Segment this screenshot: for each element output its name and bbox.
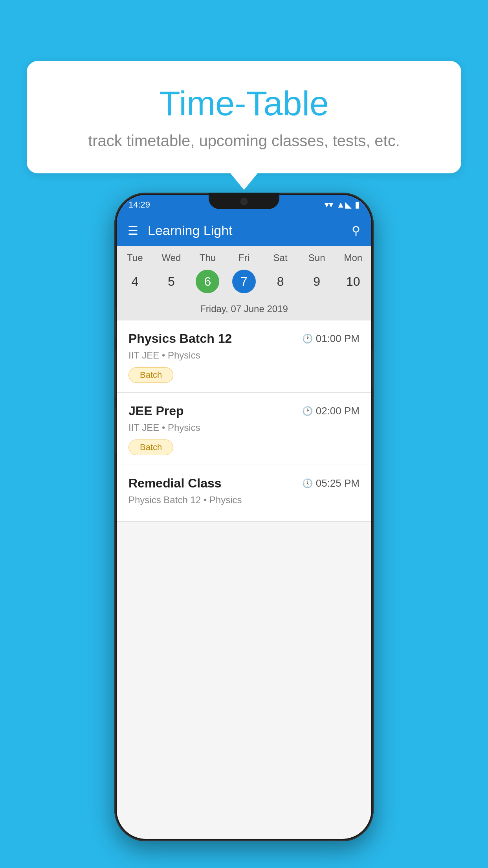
date-10[interactable]: 10 bbox=[335, 270, 371, 293]
speech-bubble: Time-Table track timetable, upcoming cla… bbox=[27, 61, 461, 173]
day-wed: Wed bbox=[153, 252, 190, 263]
status-time: 14:29 bbox=[128, 200, 150, 210]
wifi-icon: ▾▾ bbox=[325, 200, 333, 210]
speech-bubble-container: Time-Table track timetable, upcoming cla… bbox=[27, 61, 461, 173]
day-tue: Tue bbox=[117, 252, 153, 263]
volume-down-button bbox=[114, 407, 116, 454]
day-thu: Thu bbox=[189, 252, 226, 263]
date-7-selected[interactable]: 7 bbox=[226, 270, 262, 293]
class-list: Physics Batch 12 🕐 01:00 PM IIT JEE • Ph… bbox=[117, 320, 371, 522]
class-subtitle-physics-batch-12: IIT JEE • Physics bbox=[128, 350, 360, 361]
volume-up-button bbox=[114, 350, 116, 397]
menu-icon[interactable]: ☰ bbox=[128, 224, 138, 237]
class-item-remedial[interactable]: Remedial Class 🕔 05:25 PM Physics Batch … bbox=[117, 465, 371, 522]
class-name-physics-batch-12: Physics Batch 12 bbox=[128, 331, 232, 346]
time-value-jee: 02:00 PM bbox=[316, 405, 360, 417]
battery-icon: ▮ bbox=[355, 200, 360, 210]
days-row: Tue Wed Thu Fri Sat Sun Mon bbox=[117, 246, 371, 267]
time-value: 01:00 PM bbox=[316, 333, 360, 345]
class-item-header: Physics Batch 12 🕐 01:00 PM bbox=[128, 331, 360, 346]
bubble-subtitle: track timetable, upcoming classes, tests… bbox=[58, 132, 430, 150]
date-8[interactable]: 8 bbox=[262, 270, 299, 293]
camera-dot bbox=[240, 198, 248, 205]
class-subtitle-jee-prep: IIT JEE • Physics bbox=[128, 422, 360, 433]
phone-notch bbox=[209, 193, 279, 209]
class-item-header-remedial: Remedial Class 🕔 05:25 PM bbox=[128, 476, 360, 491]
class-item-header-jee: JEE Prep 🕑 02:00 PM bbox=[128, 404, 360, 418]
date-6-today[interactable]: 6 bbox=[189, 270, 226, 293]
class-item-physics-batch-12[interactable]: Physics Batch 12 🕐 01:00 PM IIT JEE • Ph… bbox=[117, 320, 371, 393]
power-button bbox=[372, 350, 374, 389]
app-title: Learning Light bbox=[148, 223, 352, 238]
dates-row: 4 5 6 7 8 9 10 bbox=[117, 267, 371, 300]
selected-date-label: Friday, 07 June 2019 bbox=[117, 300, 371, 320]
clock-icon-jee: 🕑 bbox=[302, 406, 313, 416]
phone-frame: 14:29 ▾▾ ▲◣ ▮ ☰ Learning Light ⚲ Tue Wed… bbox=[114, 193, 374, 841]
batch-tag-physics-batch-12: Batch bbox=[128, 367, 173, 383]
day-sat: Sat bbox=[262, 252, 299, 263]
class-time-physics-batch-12: 🕐 01:00 PM bbox=[302, 333, 360, 345]
phone-screen: 14:29 ▾▾ ▲◣ ▮ ☰ Learning Light ⚲ Tue Wed… bbox=[117, 195, 371, 839]
class-time-remedial: 🕔 05:25 PM bbox=[302, 477, 360, 489]
date-9[interactable]: 9 bbox=[299, 270, 335, 293]
calendar-header: Tue Wed Thu Fri Sat Sun Mon 4 5 6 7 8 9 … bbox=[117, 246, 371, 320]
signal-icon: ▲◣ bbox=[336, 200, 352, 210]
class-item-jee-prep[interactable]: JEE Prep 🕑 02:00 PM IIT JEE • Physics Ba… bbox=[117, 393, 371, 465]
search-icon[interactable]: ⚲ bbox=[352, 224, 360, 237]
status-icons: ▾▾ ▲◣ ▮ bbox=[325, 200, 360, 210]
clock-icon: 🕐 bbox=[302, 334, 313, 344]
day-sun: Sun bbox=[299, 252, 335, 263]
class-time-jee-prep: 🕑 02:00 PM bbox=[302, 405, 360, 417]
date-4[interactable]: 4 bbox=[117, 270, 153, 293]
time-value-remedial: 05:25 PM bbox=[316, 477, 360, 489]
class-name-remedial: Remedial Class bbox=[128, 476, 222, 491]
batch-tag-jee-prep: Batch bbox=[128, 440, 173, 455]
day-mon: Mon bbox=[335, 252, 371, 263]
bubble-title: Time-Table bbox=[58, 85, 430, 123]
day-fri: Fri bbox=[226, 252, 262, 263]
date-5[interactable]: 5 bbox=[153, 270, 190, 293]
clock-icon-remedial: 🕔 bbox=[302, 478, 313, 489]
class-name-jee-prep: JEE Prep bbox=[128, 404, 184, 418]
mute-button bbox=[114, 311, 116, 338]
app-bar: ☰ Learning Light ⚲ bbox=[117, 215, 371, 246]
class-subtitle-remedial: Physics Batch 12 • Physics bbox=[128, 495, 360, 506]
